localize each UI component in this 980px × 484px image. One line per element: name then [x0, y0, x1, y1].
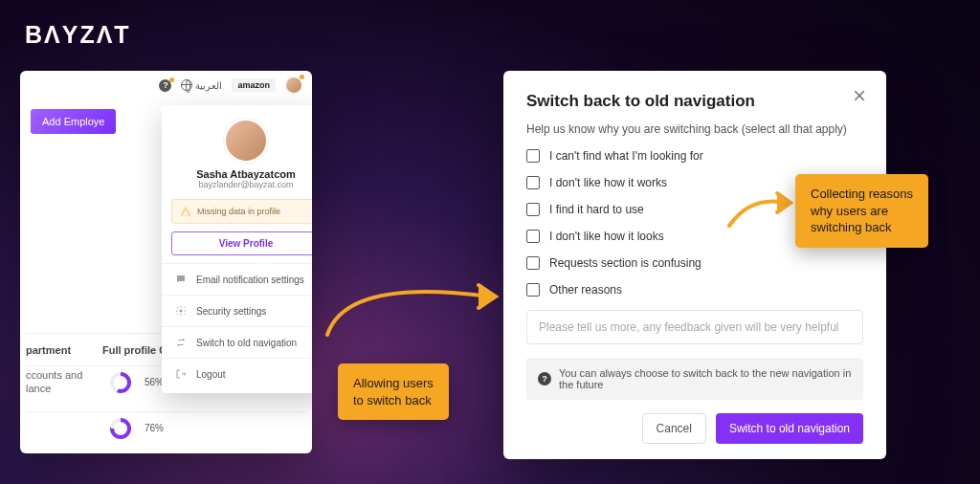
info-banner: ?You can always choose to switch back to… — [526, 358, 863, 400]
modal-subtitle: Help us know why you are switching back … — [526, 122, 863, 136]
switch-back-modal: Switch back to old navigation Help us kn… — [503, 71, 886, 459]
info-icon: ? — [538, 372, 551, 385]
gear-icon — [175, 305, 187, 317]
profile-menu-trigger[interactable] — [285, 77, 302, 94]
language-switcher[interactable]: العربية — [181, 79, 222, 91]
menu-logout[interactable]: Logout — [162, 358, 312, 389]
profile-email: bayzlander@bayzat.com — [162, 180, 312, 189]
view-profile-button[interactable]: View Profile — [171, 231, 312, 255]
cancel-button[interactable]: Cancel — [642, 413, 706, 444]
checkbox-icon — [526, 203, 540, 216]
dept-cell: ccounts and lance — [26, 369, 102, 394]
topbar: ? العربية amazon — [20, 71, 312, 99]
feedback-textarea[interactable]: Please tell us more, any feedback given … — [526, 310, 863, 344]
logout-icon — [175, 368, 187, 380]
profile-warning: Missing data in profile — [171, 199, 312, 224]
checkbox-icon — [526, 256, 540, 270]
menu-switch-navigation[interactable]: Switch to old navigation — [162, 326, 312, 358]
app-window: ? العربية amazon Add Employe partment Fu… — [20, 71, 312, 453]
checkbox-icon — [526, 230, 540, 243]
modal-title: Switch back to old navigation — [526, 92, 863, 111]
table-row: 76% — [26, 411, 306, 444]
reason-option[interactable]: Requests section is confusing — [526, 256, 863, 270]
swap-icon — [175, 337, 187, 348]
arrow-icon — [318, 268, 509, 344]
progress-ring: 76% — [110, 418, 131, 439]
callout-left: Allowing users to switch back — [338, 363, 449, 420]
confirm-switch-button[interactable]: Switch to old navigation — [716, 413, 863, 444]
chat-icon — [175, 274, 187, 285]
warning-icon — [180, 206, 191, 217]
company-chip[interactable]: amazon — [232, 78, 276, 92]
globe-icon — [181, 79, 192, 91]
checkbox-icon — [526, 176, 540, 189]
profile-dropdown: Sasha Atbayzatcom bayzlander@bayzat.com … — [162, 105, 312, 393]
help-icon[interactable]: ? — [159, 79, 171, 92]
reason-option[interactable]: Other reasons — [526, 283, 863, 297]
checkbox-icon — [526, 283, 540, 297]
reason-option[interactable]: I can't find what I'm looking for — [526, 149, 863, 163]
column-department: partment — [26, 344, 102, 356]
brand-logo: BΛYZΛT — [25, 21, 131, 49]
menu-security-settings[interactable]: Security settings — [162, 295, 312, 326]
add-employee-button[interactable]: Add Employe — [31, 109, 116, 134]
callout-right: Collecting reasons why users are switchi… — [795, 174, 928, 248]
menu-email-settings[interactable]: Email notification settings — [162, 263, 312, 295]
progress-ring: 56% — [110, 372, 131, 393]
profile-name: Sasha Atbayzatcom — [162, 168, 312, 180]
arrow-icon — [722, 187, 798, 235]
column-profile: Full profile C — [102, 344, 167, 356]
close-icon[interactable] — [852, 88, 867, 103]
language-label: العربية — [195, 80, 222, 91]
checkbox-icon — [526, 149, 540, 163]
svg-point-0 — [180, 310, 183, 313]
avatar-icon — [224, 119, 268, 163]
